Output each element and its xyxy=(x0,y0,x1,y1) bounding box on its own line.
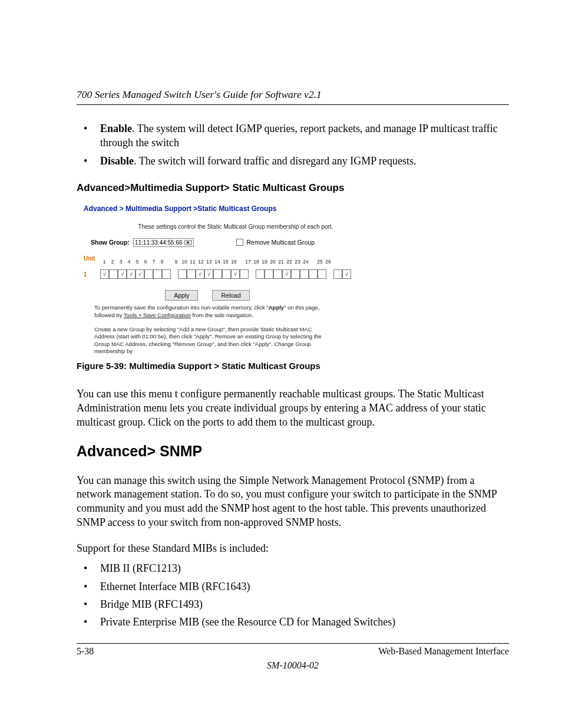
show-group-value: 11:11:33:44:55:66 xyxy=(135,239,183,246)
port-cell[interactable]: √ xyxy=(135,269,144,279)
figure-screenshot: Advanced > Multimedia Support >Static Mu… xyxy=(84,205,509,355)
port-cell[interactable] xyxy=(162,269,171,279)
list-item: Disable. The switch will forward traffic… xyxy=(77,154,509,168)
option-list: Enable. The system will detect IGMP quer… xyxy=(77,121,509,168)
remove-group-checkbox[interactable] xyxy=(236,239,243,246)
show-group-select[interactable]: 11:11:33:44:55:66 ▼ xyxy=(133,238,194,247)
list-item: Private Enterprise MIB (see the Resource… xyxy=(77,615,509,629)
port-cell[interactable] xyxy=(318,269,326,279)
port-cell[interactable] xyxy=(187,269,196,279)
port-cell[interactable] xyxy=(273,269,282,279)
figure-note-save: To permanently save the configuration in… xyxy=(94,304,330,319)
port-cell[interactable]: √ xyxy=(342,269,351,279)
port-cells-row: √√√√√√√√√ xyxy=(100,268,351,278)
port-cell[interactable] xyxy=(291,269,300,279)
chevron-down-icon: ▼ xyxy=(184,240,192,245)
figure-description: These settings control the Static Multic… xyxy=(112,223,359,230)
footer-section: Web-Based Management Interface xyxy=(378,646,509,657)
port-cell[interactable] xyxy=(265,269,273,279)
unit-row-label: 1 xyxy=(84,271,98,278)
apply-button[interactable]: Apply xyxy=(165,290,198,301)
figure-caption: Figure 5-39: Multimedia Support > Static… xyxy=(77,361,509,371)
reload-button[interactable]: Reload xyxy=(212,290,249,301)
section-heading-snmp: Advanced> SNMP xyxy=(77,443,509,460)
port-cell[interactable] xyxy=(222,269,231,279)
page-footer: 5-38 Web-Based Management Interface xyxy=(77,643,509,657)
port-cell[interactable] xyxy=(256,269,265,279)
figure-note-create: Create a new Group by selecting "Add a n… xyxy=(94,326,330,355)
port-cell[interactable] xyxy=(153,269,162,279)
port-cell[interactable]: √ xyxy=(282,269,291,279)
term-disable-desc: . The switch will forward traffic and di… xyxy=(134,155,416,167)
port-headers: 1234567891011121314151617181920212223242… xyxy=(100,259,332,265)
port-cell[interactable] xyxy=(109,269,118,279)
port-cell[interactable]: √ xyxy=(118,269,127,279)
section-heading: Advanced>Multimedia Support> Static Mult… xyxy=(77,182,509,194)
unit-header: Unit xyxy=(84,255,98,262)
port-cell[interactable]: √ xyxy=(100,269,109,279)
port-grid: Unit 12345678910111213141516171819202122… xyxy=(84,255,509,279)
port-cell[interactable] xyxy=(300,269,309,279)
remove-group-label: Remove Multicast Group xyxy=(247,239,315,246)
port-cell[interactable]: √ xyxy=(196,269,204,279)
port-cell[interactable]: √ xyxy=(231,269,240,279)
figure-breadcrumb: Advanced > Multimedia Support >Static Mu… xyxy=(84,205,509,213)
port-cell[interactable] xyxy=(144,269,153,279)
show-group-label: Show Group: xyxy=(91,239,130,246)
term-enable: Enable xyxy=(100,123,132,134)
port-cell[interactable] xyxy=(178,269,187,279)
paragraph: You can manage this switch using the Sim… xyxy=(77,474,509,530)
term-disable: Disable xyxy=(100,155,134,167)
paragraph: You can use this menu t configure perman… xyxy=(77,387,509,429)
term-enable-desc: . The system will detect IGMP queries, r… xyxy=(100,123,498,149)
mib-list: MIB II (RFC1213) Ethernet Interface MIB … xyxy=(77,561,509,629)
port-cell[interactable]: √ xyxy=(127,269,135,279)
page-number: 5-38 xyxy=(77,646,94,657)
port-cell[interactable] xyxy=(213,269,222,279)
list-item: Bridge MIB (RFC1493) xyxy=(77,597,509,611)
port-cell[interactable] xyxy=(333,269,342,279)
paragraph: Support for these Standard MIBs is inclu… xyxy=(77,542,509,556)
port-cell[interactable] xyxy=(240,269,249,279)
list-item: MIB II (RFC1213) xyxy=(77,561,509,575)
list-item: Ethernet Interface MIB (RFC1643) xyxy=(77,579,509,594)
document-id: SM-10004-02 xyxy=(77,660,509,671)
list-item: Enable. The system will detect IGMP quer… xyxy=(77,121,509,150)
port-cell[interactable]: √ xyxy=(204,269,213,279)
running-header: 700 Series Managed Switch User's Guide f… xyxy=(77,88,509,105)
port-cell[interactable] xyxy=(309,269,318,279)
